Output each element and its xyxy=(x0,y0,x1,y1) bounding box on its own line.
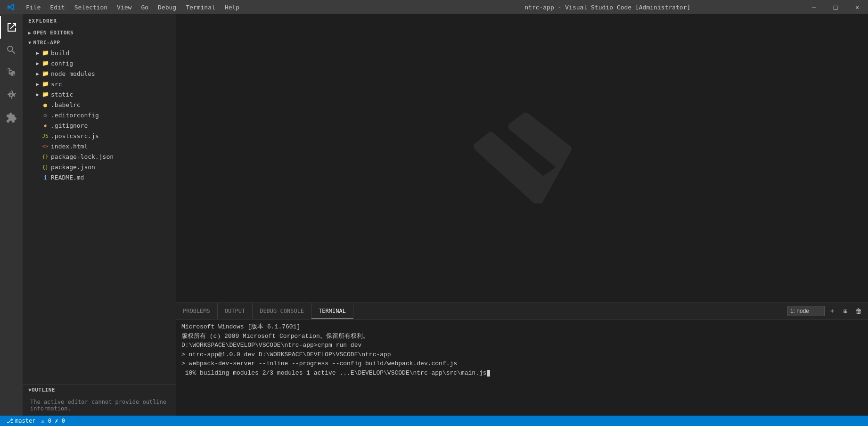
terminal-line-5: > ntrc-app@1.0.0 dev D:\WORKSPACE\DEVELO… xyxy=(181,350,862,360)
file-editorconfig[interactable]: ⚙ .editorconfig xyxy=(23,110,176,120)
folder-static-arrow: ▶ xyxy=(34,92,41,97)
terminal-trash-button[interactable]: 🗑 xyxy=(853,305,864,317)
main-layout: EXPLORER ▶ OPEN EDITORS ▼ NTRC-APP ▶ 📁 b… xyxy=(0,14,868,416)
terminal-line-3: D:\WORKSPACE\DEVELOP\VSCODE\ntrc-app>cnp… xyxy=(181,341,862,350)
tab-debug-console[interactable]: DEBUG CONSOLE xyxy=(253,303,311,319)
titlebar: File Edit Selection View Go Debug Termin… xyxy=(0,0,868,14)
terminal-content[interactable]: Microsoft Windows [版本 6.1.7601] 版权所有 (c)… xyxy=(176,320,868,416)
activity-explorer[interactable] xyxy=(0,16,23,39)
status-branch[interactable]: ⎇ master xyxy=(4,416,38,426)
terminal-controls: 1: node ＋ ⊞ 🗑 xyxy=(787,305,868,317)
activity-source-control[interactable] xyxy=(0,61,23,84)
folder-config[interactable]: ▶ 📁 config xyxy=(23,58,176,68)
terminal-line-6: > webpack-dev-server --inline --progress… xyxy=(181,359,862,369)
minimize-button[interactable]: — xyxy=(803,0,825,14)
folder-node-modules-icon: 📁 xyxy=(41,70,49,77)
editorconfig-icon: ⚙ xyxy=(41,111,49,119)
open-editors-section[interactable]: ▶ OPEN EDITORS xyxy=(23,28,176,38)
file-gitignore[interactable]: ◆ .gitignore xyxy=(23,120,176,131)
menu-edit[interactable]: Edit xyxy=(45,0,69,14)
folder-static[interactable]: ▶ 📁 static xyxy=(23,89,176,99)
folder-src-arrow: ▶ xyxy=(34,82,41,87)
outline-label: OUTLINE xyxy=(32,387,55,393)
terminal-line-1: 版权所有 (c) 2009 Microsoft Corporation。保留所有… xyxy=(181,332,862,341)
outline-arrow: ▼ xyxy=(28,387,32,393)
postcssrc-label: .postcssrc.js xyxy=(51,132,99,139)
activity-search[interactable] xyxy=(0,39,23,61)
project-label: NTRC-APP xyxy=(33,40,60,46)
tab-terminal[interactable]: TERMINAL xyxy=(311,303,353,319)
menu-selection[interactable]: Selection xyxy=(70,0,112,14)
status-branch-label: master xyxy=(15,418,35,424)
vscode-watermark-icon xyxy=(470,106,574,210)
terminal-add-button[interactable]: ＋ xyxy=(827,305,838,317)
status-errors[interactable]: ⚠ 0 ✗ 0 xyxy=(38,416,68,426)
index-html-label: index.html xyxy=(51,143,88,150)
folder-src-icon: 📁 xyxy=(41,80,49,88)
outline-header[interactable]: ▼ OUTLINE xyxy=(23,385,176,395)
outline-section: ▼ OUTLINE The active editor cannot provi… xyxy=(23,385,176,416)
gitignore-label: .gitignore xyxy=(51,122,88,129)
folder-build[interactable]: ▶ 📁 build xyxy=(23,48,176,58)
gitignore-icon: ◆ xyxy=(41,122,49,129)
outline-message: The active editor cannot provide outline… xyxy=(23,395,176,416)
menu-view[interactable]: View xyxy=(112,0,136,14)
status-bar: ⎇ master ⚠ 0 ✗ 0 xyxy=(0,416,868,426)
folder-src[interactable]: ▶ 📁 src xyxy=(23,79,176,89)
menu-terminal[interactable]: Terminal xyxy=(181,0,220,14)
readme-label: README.md xyxy=(51,174,84,181)
open-editors-arrow: ▶ xyxy=(28,30,32,35)
babelrc-label: .babelrc xyxy=(51,101,81,108)
editorconfig-label: .editorconfig xyxy=(51,112,99,119)
project-arrow: ▼ xyxy=(28,40,32,45)
folder-node-modules[interactable]: ▶ 📁 node_modules xyxy=(23,68,176,79)
project-section[interactable]: ▼ NTRC-APP xyxy=(23,38,176,48)
package-lock-label: package-lock.json xyxy=(51,153,114,160)
folder-build-arrow: ▶ xyxy=(34,50,41,56)
folder-config-arrow: ▶ xyxy=(34,61,41,66)
status-errors-label: ⚠ 0 ✗ 0 xyxy=(41,418,65,424)
sidebar: EXPLORER ▶ OPEN EDITORS ▼ NTRC-APP ▶ 📁 b… xyxy=(23,14,176,416)
package-json-icon: {} xyxy=(41,163,49,171)
terminal-line-8-text: 10% building modules 2/3 modules 1 activ… xyxy=(181,369,487,377)
file-babelrc[interactable]: ● .babelrc xyxy=(23,99,176,110)
file-package-json[interactable]: {} package.json xyxy=(23,162,176,172)
activity-extensions[interactable] xyxy=(0,106,23,129)
file-package-lock[interactable]: {} package-lock.json xyxy=(23,151,176,162)
readme-icon: ℹ xyxy=(41,173,49,181)
menu-file[interactable]: File xyxy=(21,0,45,14)
file-tree: ▶ OPEN EDITORS ▼ NTRC-APP ▶ 📁 build ▶ 📁 … xyxy=(23,28,176,385)
activity-bar xyxy=(0,14,23,416)
window-title: ntrc-app - Visual Studio Code [Administr… xyxy=(412,4,803,11)
vscode-logo xyxy=(0,0,21,14)
file-readme[interactable]: ℹ README.md xyxy=(23,172,176,182)
folder-node-modules-arrow: ▶ xyxy=(34,71,41,76)
tab-problems[interactable]: PROBLEMS xyxy=(176,303,218,319)
file-index-html[interactable]: <> index.html xyxy=(23,141,176,151)
maximize-button[interactable]: □ xyxy=(825,0,846,14)
folder-src-label: src xyxy=(51,81,62,88)
terminal-dropdown[interactable]: 1: node xyxy=(787,306,825,316)
terminal-split-button[interactable]: ⊞ xyxy=(840,305,851,317)
terminal-line-8: 10% building modules 2/3 modules 1 activ… xyxy=(181,369,862,378)
open-editors-label: OPEN EDITORS xyxy=(33,30,74,36)
activity-debug[interactable] xyxy=(0,84,23,106)
file-postcssrc[interactable]: JS .postcssrc.js xyxy=(23,131,176,141)
folder-build-icon: 📁 xyxy=(41,49,49,57)
folder-config-label: config xyxy=(51,60,73,67)
window-controls: — □ ✕ xyxy=(803,0,868,14)
menu-debug[interactable]: Debug xyxy=(153,0,181,14)
close-button[interactable]: ✕ xyxy=(846,0,868,14)
menu-help[interactable]: Help xyxy=(220,0,244,14)
menu-go[interactable]: Go xyxy=(136,0,153,14)
git-branch-icon: ⎇ xyxy=(7,418,13,424)
babelrc-icon: ● xyxy=(41,101,49,108)
package-lock-icon: {} xyxy=(41,153,49,160)
tab-output[interactable]: OUTPUT xyxy=(218,303,253,319)
menu-bar: File Edit Selection View Go Debug Termin… xyxy=(21,0,412,14)
folder-config-icon: 📁 xyxy=(41,59,49,67)
terminal-cursor xyxy=(487,370,490,377)
terminal-panel: PROBLEMS OUTPUT DEBUG CONSOLE TERMINAL 1… xyxy=(176,303,868,416)
folder-static-icon: 📁 xyxy=(41,90,49,98)
package-json-label: package.json xyxy=(51,164,95,171)
